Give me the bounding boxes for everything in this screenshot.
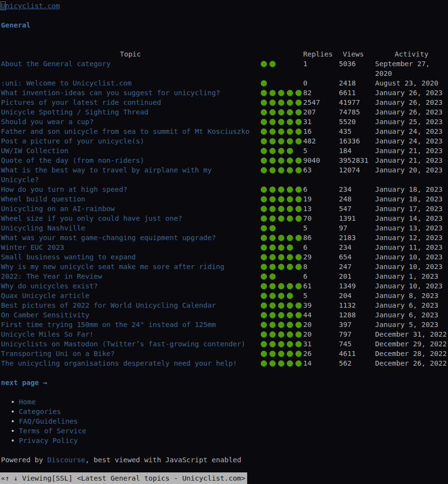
topic-link[interactable]: Unicycle Spotting / Sighting Thread [1,107,149,117]
topic-link[interactable]: Small business wanting to expand [1,252,136,262]
topic-link[interactable]: :uni: Welcome to Unicyclist.com [1,78,132,88]
poster-avatar-dot-icon [261,254,267,260]
bullet-icon: • [11,436,19,445]
discourse-link[interactable]: Discourse [47,456,85,464]
replies-count: 26 [302,349,339,358]
activity-date: January 26, 2023 [375,88,448,98]
topic-link[interactable]: Post a picture of your unicycle(s) [1,136,144,146]
poster-avatar-dot-icon [261,312,267,318]
topic-link[interactable]: What is the best way to travel by airpla… [1,165,253,185]
views-count: 2418 [339,78,375,88]
poster-avatar-dot-icon [261,148,267,154]
topic-link[interactable]: What invention-ideas can you suggest for… [1,88,220,98]
activity-date: January 12, 2023 [375,233,448,242]
topic-link[interactable]: How do you turn at high speed? [1,185,127,194]
topic-link[interactable]: Best pictures of 2022 for World Unicycli… [1,300,216,310]
topic-link[interactable]: Father and son unicycle from sea to summ… [1,127,250,136]
poster-avatar-dot-icon [261,244,267,251]
replies-count: 1 [302,59,339,69]
footer-link[interactable]: Terms of Service [19,427,86,435]
topic-link[interactable]: Why do unicycles exist? [1,281,98,291]
topic-row: The unicycling organisations desperately… [1,358,448,368]
topic-link[interactable]: Unicycling Nashville [1,223,85,233]
views-count: 1391 [339,214,375,223]
footer-link[interactable]: Home [19,398,36,406]
poster-avatar-dot-icon [295,119,302,125]
topic-row: Should you wear a cup? 31 5520 January 2… [1,117,448,127]
views-count: 5036 [339,59,375,69]
topic-link[interactable]: 2022: The Year in Review [1,271,102,281]
poster-avatar-dot-icon [278,186,284,193]
topic-link[interactable]: Pictures of your latest ride continued [1,98,161,107]
poster-dots [260,136,302,146]
category-link[interactable]: General [1,21,30,29]
topic-link[interactable]: Winter EUC 2023 [1,242,64,252]
topic-link[interactable]: Quax Unicycle article [1,291,89,300]
poster-avatar-dot-icon [269,341,276,347]
topic-link[interactable]: Wheel build question [1,194,85,204]
topic-link[interactable]: Transporting Uni on a Bike? [1,349,115,358]
replies-count: 8 [302,262,339,271]
poster-avatar-dot-icon [295,90,302,96]
topic-link[interactable]: Wheel size if you only could have just o… [1,214,182,223]
poster-dots [260,262,302,271]
topic-link[interactable]: UW/IW Collection [1,146,69,156]
poster-avatar-dot-icon [269,215,276,222]
topic-link[interactable]: Why is my new unicycle seat make me sore… [1,262,224,271]
views-count: 234 [339,185,375,194]
poster-avatar-dot-icon [295,264,302,270]
poster-dots [260,127,302,136]
topic-link[interactable]: Should you wear a cup? [1,117,94,127]
replies-count: 14 [302,358,339,368]
poster-dots [260,223,302,233]
replies-count: 63 [302,165,339,175]
topic-row: Unicycling Nashville 5 97 January 13, 20… [1,223,448,233]
activity-date: January 10, 2023 [375,281,448,291]
topic-link[interactable]: About the General category [1,59,111,69]
next-page-link[interactable]: next page → [1,379,47,386]
views-count: 247 [339,262,375,271]
views-count: 745 [339,339,375,349]
footer-link[interactable]: FAQ/Guidelines [19,417,78,425]
views-count: 5520 [339,117,375,127]
poster-avatar-dot-icon [269,148,276,154]
topic-link[interactable]: Unicyclists on Mastodon (Twitter’s fast-… [1,339,245,349]
activity-date: January 1, 2023 [375,271,448,281]
footer-link[interactable]: Privacy Policy [19,437,78,444]
topic-row: Unicycling on an AI-rainbow 13 547 Janua… [1,204,448,214]
footer-link[interactable]: Categories [19,408,61,415]
poster-avatar-dot-icon [287,215,293,222]
topic-row: About the General category 1 5036 Septem… [1,59,448,78]
poster-avatar-dot-icon [295,206,302,212]
activity-date: January 18, 2023 [375,185,448,194]
poster-dots [260,214,302,223]
poster-avatar-dot-icon [278,215,284,222]
poster-dots [260,349,302,358]
poster-avatar-dot-icon [261,196,267,202]
views-count: 654 [339,252,375,262]
topic-row: Transporting Uni on a Bike? 26 4611 Dece… [1,349,448,358]
site-link[interactable]: Unicyclist.com [1,2,60,10]
poster-avatar-dot-icon [269,61,276,67]
topic-link[interactable]: The unicycling organisations desperately… [1,358,237,368]
footer-list-item: •Home [1,397,448,407]
topic-link[interactable]: On Camber Sensitivity [1,310,89,320]
poster-avatar-dot-icon [269,100,276,106]
topic-link[interactable]: First time trying 150mm on the 24" inste… [1,320,216,329]
poster-dots [260,88,302,98]
bullet-icon: • [11,426,19,436]
replies-count: 13 [302,204,339,214]
topic-link[interactable]: Quote of the day (from non-riders) [1,156,144,165]
topic-link[interactable]: What was your most game-changing equipme… [1,233,216,242]
poster-avatar-dot-icon [295,331,302,338]
replies-count: 6 [302,185,339,194]
topic-link[interactable]: Unicycle Miles So Far! [1,329,94,339]
poster-avatar-dot-icon [269,360,276,367]
poster-avatar-dot-icon [287,360,293,367]
poster-avatar-dot-icon [278,322,284,328]
poster-dots [260,339,302,349]
replies-count: 5 [302,223,339,233]
topic-link[interactable]: Unicycling on an AI-rainbow [1,204,115,214]
poster-avatar-dot-icon [278,109,284,115]
footer-links-list: •Home •Categories •FAQ/Guidelines •Terms… [1,397,448,445]
